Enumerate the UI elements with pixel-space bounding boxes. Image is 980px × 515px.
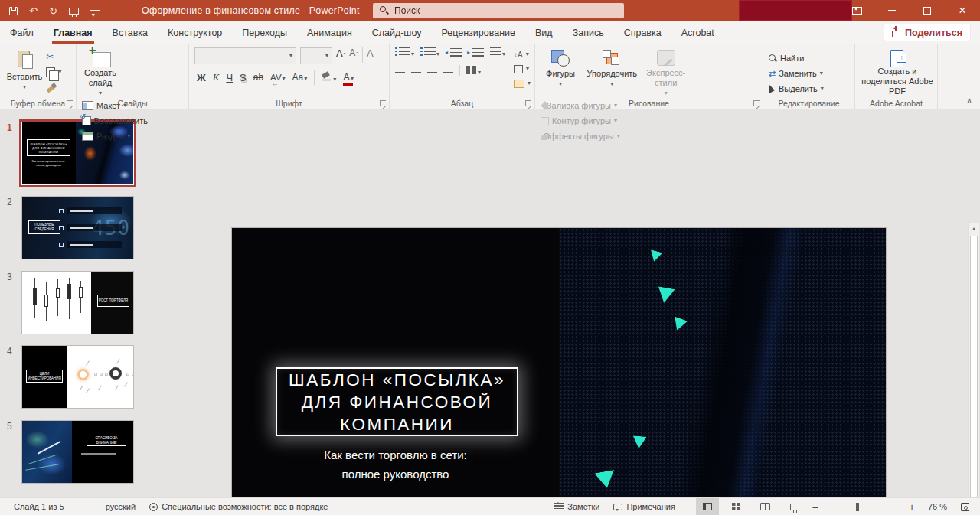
align-right-icon[interactable] <box>427 67 437 75</box>
bold-button[interactable]: Ж <box>197 72 206 83</box>
tab-view[interactable]: Вид <box>525 21 563 44</box>
redo-icon[interactable]: ↻ <box>49 6 57 16</box>
arrange-icon <box>603 50 621 67</box>
convert-smartart-button[interactable]: ▾ <box>514 78 531 89</box>
fit-to-window-button[interactable] <box>954 498 980 515</box>
text-direction-button[interactable]: ↓А▾ <box>514 49 531 60</box>
cut-icon: ✂ <box>46 51 54 62</box>
slide-thumbnail-4[interactable]: ЦЕЛИ ИНВЕСТИРОВАНИЯ <box>22 346 133 408</box>
tab-file[interactable]: Файл <box>0 21 44 44</box>
font-size-combo[interactable]: ▾ <box>300 47 332 64</box>
undo-icon[interactable]: ↶ <box>29 6 38 16</box>
italic-button[interactable]: К <box>213 71 220 83</box>
text-shadow-button[interactable]: S <box>240 72 247 83</box>
slide-counter[interactable]: Слайд 1 из 5 <box>0 498 71 515</box>
customize-qat-icon[interactable] <box>90 10 100 12</box>
slide-canvas[interactable]: ШАБЛОН «ПОСЫЛКА» ДЛЯ ФИНАНСОВОЙ КОМПАНИИ… <box>232 228 886 515</box>
zoom-level[interactable]: 76 % <box>921 498 954 515</box>
accessibility-status[interactable]: Специальные возможности: все в порядке <box>142 498 335 515</box>
tab-record[interactable]: Запись <box>563 21 614 44</box>
increase-indent-icon[interactable] <box>472 48 484 57</box>
section-button[interactable]: Раздел▾ <box>82 130 148 142</box>
save-icon[interactable] <box>9 7 18 15</box>
scrollbar-thumb[interactable] <box>970 236 978 515</box>
ribbon-display-options-button[interactable] <box>839 0 874 21</box>
decrease-indent-icon[interactable] <box>450 48 462 57</box>
tab-transitions[interactable]: Переходы <box>232 21 297 44</box>
reset-button[interactable]: Восстановить <box>82 115 148 127</box>
zoom-track[interactable] <box>825 507 902 507</box>
decrease-font-button[interactable]: Аˇ <box>349 47 358 60</box>
paragraph-dialog-launcher[interactable] <box>525 100 531 106</box>
tab-insert[interactable]: Вставка <box>103 21 158 44</box>
tab-acrobat[interactable]: Acrobat <box>671 21 724 44</box>
tab-help[interactable]: Справка <box>614 21 671 44</box>
font-dialog-launcher[interactable] <box>380 100 386 106</box>
arrange-button[interactable]: Упорядочить ▾ <box>583 47 641 96</box>
slide-sorter-button[interactable] <box>725 498 748 515</box>
tab-animations[interactable]: Анимация <box>297 21 362 44</box>
tab-home[interactable]: Главная <box>44 21 103 44</box>
zoom-in-icon[interactable]: + <box>907 501 916 513</box>
line-spacing-button[interactable]: ▾ <box>490 47 505 57</box>
align-text-button[interactable]: ▾ <box>514 64 531 74</box>
scroll-up-icon[interactable]: ▴ <box>969 223 979 234</box>
slide-thumbnail-5[interactable]: СПАСИБО ЗА ВНИМАНИЕ! <box>22 421 133 483</box>
maximize-button[interactable] <box>910 0 945 21</box>
select-button[interactable]: Выделить▾ <box>769 83 848 95</box>
collapse-ribbon-icon[interactable]: ∧ <box>966 96 972 106</box>
find-button[interactable]: Найти <box>769 52 848 64</box>
font-color-button[interactable]: А▾ <box>343 71 354 84</box>
change-case-button[interactable]: Aa▾ <box>292 72 308 83</box>
reading-view-button[interactable] <box>754 498 777 515</box>
close-button[interactable]: × <box>945 0 980 21</box>
slide-title-box[interactable]: ШАБЛОН «ПОСЫЛКА» ДЛЯ ФИНАНСОВОЙ КОМПАНИИ <box>276 367 518 436</box>
columns-button[interactable]: ▾ <box>466 66 481 76</box>
align-left-icon[interactable] <box>395 67 405 75</box>
justify-icon[interactable] <box>443 67 453 75</box>
tab-design[interactable]: Конструктор <box>158 21 232 44</box>
underline-button[interactable]: Ч <box>226 72 233 83</box>
quick-styles-button[interactable]: Экспресс-стили ▾ <box>644 47 688 96</box>
comments-toggle[interactable]: Примечания <box>606 498 682 515</box>
highlight-button[interactable]: ▾ <box>322 72 336 83</box>
start-slideshow-icon[interactable] <box>69 8 79 15</box>
slide-thumbnail-3[interactable]: РОСТ ПОРТФЕЛЯ <box>22 272 133 334</box>
slideshow-view-button[interactable] <box>783 498 806 515</box>
shapes-button[interactable]: Фигуры ▾ <box>541 47 580 96</box>
create-pdf-button[interactable]: Создать и поделиться Adobe PDF <box>861 47 934 96</box>
clear-formatting-button[interactable]: А <box>367 47 374 59</box>
language-indicator[interactable]: русский <box>99 498 142 515</box>
clipboard-dialog-launcher[interactable] <box>67 100 73 106</box>
copy-button[interactable]: ▾ <box>46 66 70 78</box>
search-input[interactable] <box>394 5 593 16</box>
format-painter-button[interactable] <box>46 81 70 93</box>
replace-button[interactable]: ⇄Заменить▾ <box>769 67 848 80</box>
vertical-scrollbar[interactable]: ▴ <box>968 223 979 515</box>
normal-view-button[interactable] <box>696 498 719 515</box>
paste-button[interactable]: Вставить ▾ <box>5 47 44 96</box>
zoom-out-icon[interactable]: – <box>811 501 820 513</box>
numbering-button[interactable]: ▾ <box>420 47 439 57</box>
tab-slideshow[interactable]: Слайд-шоу <box>362 21 432 44</box>
bullets-button[interactable]: ▾ <box>395 47 414 57</box>
character-spacing-button[interactable]: AV▾ <box>270 72 286 83</box>
zoom-slider[interactable]: – + <box>806 501 921 513</box>
tab-review[interactable]: Рецензирование <box>431 21 525 44</box>
drawing-dialog-launcher[interactable] <box>753 100 760 106</box>
font-name-combo[interactable]: ▾ <box>194 47 296 64</box>
slide-subtitle[interactable]: Как вести торговлю в сети: полное руково… <box>232 445 559 484</box>
cut-button[interactable]: ✂ <box>46 51 70 63</box>
align-center-icon[interactable] <box>411 67 421 75</box>
shape-effects-button[interactable]: Эффекты фигуры▾ <box>541 130 617 142</box>
zoom-thumb[interactable] <box>856 503 859 511</box>
slide-thumbnail-2[interactable]: 450 ПОЛЕЗНЫЕ СВЕДЕНИЯ <box>22 197 133 259</box>
notes-toggle[interactable]: Заметки <box>547 498 606 515</box>
strikethrough-button[interactable]: ab <box>253 72 263 83</box>
new-slide-button[interactable]: Создать слайд ▾ <box>82 47 119 96</box>
increase-font-button[interactable]: Аˆ <box>336 47 345 60</box>
share-button[interactable]: Поделиться <box>884 24 971 41</box>
minimize-button[interactable] <box>874 0 910 21</box>
search-box[interactable] <box>373 3 624 18</box>
shape-outline-button[interactable]: Контур фигуры▾ <box>541 115 617 127</box>
